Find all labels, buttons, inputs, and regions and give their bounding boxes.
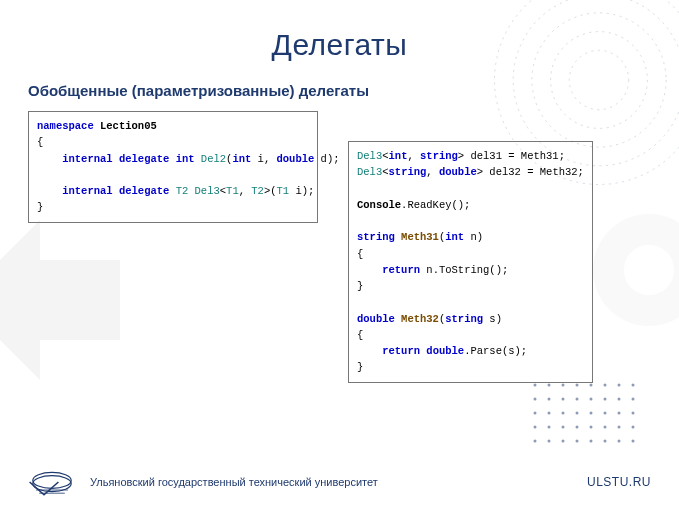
svg-point-14	[618, 384, 621, 387]
svg-point-10	[562, 384, 565, 387]
slide-title: Делегаты	[0, 28, 679, 62]
svg-point-27	[576, 412, 579, 415]
svg-point-30	[618, 412, 621, 415]
svg-point-9	[548, 384, 551, 387]
footer-url: ULSTU.RU	[587, 475, 651, 489]
decorative-dots	[529, 379, 649, 459]
svg-point-31	[632, 412, 635, 415]
svg-point-41	[548, 440, 551, 443]
svg-point-26	[562, 412, 565, 415]
svg-point-43	[576, 440, 579, 443]
svg-point-18	[562, 398, 565, 401]
svg-point-47	[632, 440, 635, 443]
svg-point-40	[534, 440, 537, 443]
footer: Ульяновский государственный технический …	[0, 455, 679, 509]
footer-university: Ульяновский государственный технический …	[90, 476, 587, 488]
svg-point-15	[632, 384, 635, 387]
svg-point-13	[604, 384, 607, 387]
svg-point-20	[590, 398, 593, 401]
svg-point-11	[576, 384, 579, 387]
svg-point-32	[534, 426, 537, 429]
svg-point-29	[604, 412, 607, 415]
svg-point-23	[632, 398, 635, 401]
svg-point-24	[534, 412, 537, 415]
svg-point-17	[548, 398, 551, 401]
svg-point-36	[590, 426, 593, 429]
svg-point-37	[604, 426, 607, 429]
svg-point-28	[590, 412, 593, 415]
svg-point-42	[562, 440, 565, 443]
svg-point-46	[618, 440, 621, 443]
svg-point-33	[548, 426, 551, 429]
svg-point-8	[534, 384, 537, 387]
svg-point-48	[33, 472, 71, 488]
code-block-left: namespace Lection05 { internal delegate …	[28, 111, 318, 223]
svg-point-45	[604, 440, 607, 443]
svg-point-21	[604, 398, 607, 401]
svg-point-25	[548, 412, 551, 415]
slide-subtitle: Обобщенные (параметризованные) делегаты	[28, 82, 679, 99]
code-block-right: Del3<int, string> del31 = Meth31; Del3<s…	[348, 141, 593, 383]
svg-point-34	[562, 426, 565, 429]
svg-point-12	[590, 384, 593, 387]
svg-point-39	[632, 426, 635, 429]
content-area: namespace Lection05 { internal delegate …	[0, 111, 679, 383]
svg-point-19	[576, 398, 579, 401]
svg-point-35	[576, 426, 579, 429]
svg-point-16	[534, 398, 537, 401]
svg-point-38	[618, 426, 621, 429]
university-logo	[28, 465, 76, 499]
svg-point-22	[618, 398, 621, 401]
svg-point-44	[590, 440, 593, 443]
